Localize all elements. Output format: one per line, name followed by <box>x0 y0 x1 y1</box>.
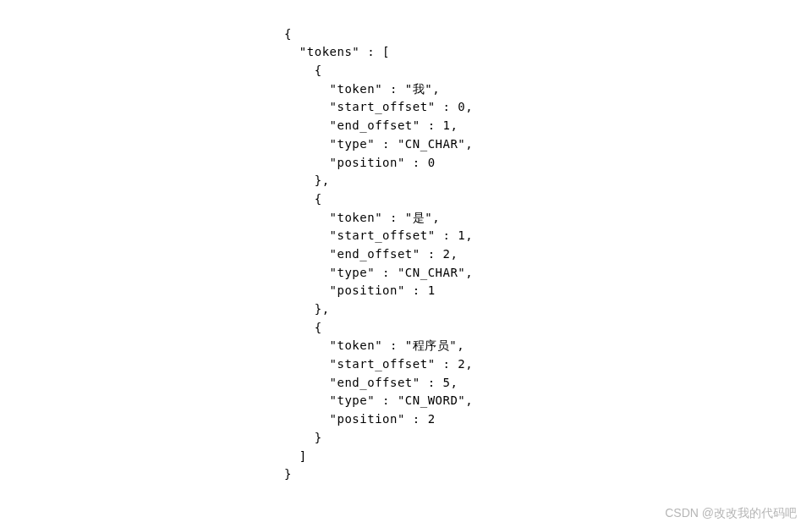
code-line: "start_offset" : 0, <box>284 100 473 113</box>
code-line: "token" : "程序员", <box>284 338 464 352</box>
code-line: } <box>284 467 292 481</box>
code-line: "tokens" : [ <box>284 45 390 58</box>
code-line: { <box>284 321 322 334</box>
code-line: "start_offset" : 2, <box>284 357 473 371</box>
code-line: "type" : "CN_CHAR", <box>284 266 473 279</box>
code-line: "start_offset" : 1, <box>284 228 473 242</box>
code-line: ] <box>284 449 307 463</box>
code-line: }, <box>284 173 330 187</box>
code-line: "type" : "CN_WORD", <box>284 393 473 407</box>
code-line: { <box>284 63 322 77</box>
code-line: "end_offset" : 1, <box>284 118 458 132</box>
code-line: { <box>284 27 292 41</box>
code-line: "position" : 1 <box>284 283 436 297</box>
code-line: "end_offset" : 2, <box>284 247 458 261</box>
code-line: "token" : "我", <box>284 82 440 96</box>
code-line: "position" : 0 <box>284 156 436 169</box>
code-line: } <box>284 431 322 444</box>
watermark-text: CSDN @改改我的代码吧 <box>665 506 797 521</box>
code-line: "token" : "是", <box>284 211 440 224</box>
code-line: "end_offset" : 5, <box>284 376 458 389</box>
code-line: "type" : "CN_CHAR", <box>284 137 473 151</box>
code-line: }, <box>284 302 330 316</box>
code-line: "position" : 2 <box>284 412 436 426</box>
json-code-block: { "tokens" : [ { "token" : "我", "start_o… <box>284 7 473 484</box>
code-line: { <box>284 192 322 206</box>
